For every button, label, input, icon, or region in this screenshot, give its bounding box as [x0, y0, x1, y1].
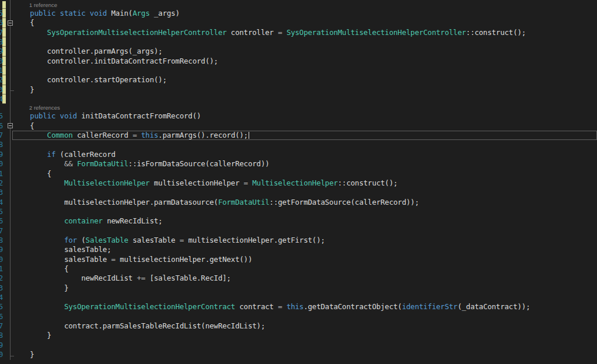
code-token: .parmArgs().record();	[158, 131, 248, 139]
code-line[interactable]: 20 controller.initDataContractFromRecord…	[0, 57, 597, 66]
code-line[interactable]: 37	[0, 226, 597, 236]
code-token: controller.startOperation();	[13, 75, 167, 84]
code-line[interactable]: 40 salesTable = multiselectionHelper.get…	[0, 255, 597, 264]
code-text: controller.parmArgs(_args);	[0, 47, 597, 56]
code-text: salesTable;	[0, 245, 597, 254]
collapse-toggle-icon[interactable]	[8, 20, 13, 26]
code-text: controller.startOperation();	[0, 75, 597, 85]
code-token: [salesTable.RecId];	[145, 274, 231, 282]
line-number: 20	[0, 57, 3, 66]
outline-region-end	[10, 90, 14, 91]
code-token: SalesTable	[86, 236, 128, 244]
code-line[interactable]: 42 newRecIdList += [salesTable.RecId];	[0, 274, 597, 283]
code-line[interactable]: 23 }	[0, 85, 597, 94]
code-area[interactable]: 1 reference15 public static void Main(Ar…	[0, 1, 597, 359]
code-line[interactable]: 36 container newRecIdList;	[0, 216, 597, 226]
code-token: controller.initDataContractFromRecord();	[13, 57, 218, 65]
code-line[interactable]: 31 {	[0, 169, 597, 178]
code-line[interactable]: 26 {	[0, 121, 597, 131]
code-token	[13, 159, 64, 168]
code-token	[13, 150, 47, 159]
code-text: && FormDataUtil::isFormDataSource(caller…	[0, 159, 597, 169]
code-line[interactable]: 28	[0, 140, 597, 149]
code-line[interactable]: 34 multiselectionHelper.parmDatasource(F…	[0, 198, 597, 207]
code-text: {	[0, 121, 597, 131]
code-line[interactable]: 44	[0, 293, 597, 302]
code-text: {	[0, 264, 597, 274]
code-token	[13, 28, 47, 37]
code-token: FormDataUtil	[218, 198, 270, 206]
line-number: 29	[0, 150, 3, 159]
code-token	[13, 302, 64, 311]
code-line[interactable]: 33	[0, 188, 597, 197]
code-text: controller.initDataContractFromRecord();	[0, 57, 597, 66]
codelens-row[interactable]: 2 references	[0, 104, 597, 111]
code-token	[282, 302, 287, 311]
line-number: 50	[0, 350, 3, 359]
code-text: container newRecIdList;	[0, 216, 597, 226]
code-line[interactable]: 30 && FormDataUtil::isFormDataSource(cal…	[0, 159, 597, 169]
code-line[interactable]: 15 public static void Main(Args _args)	[0, 9, 597, 18]
code-line[interactable]: 16 {	[0, 18, 597, 27]
code-token: {	[13, 121, 34, 130]
code-line[interactable]: 46	[0, 312, 597, 321]
code-editor[interactable]: 1 reference15 public static void Main(Ar…	[0, 0, 597, 364]
code-line[interactable]: 22 controller.startOperation();	[0, 75, 597, 85]
line-number: 32	[0, 178, 3, 188]
code-line[interactable]: 49	[0, 341, 597, 350]
code-token: initDataContractFromRecord()	[77, 111, 201, 120]
line-number: 30	[0, 159, 3, 169]
code-token: MultiselectionHelper	[64, 178, 150, 187]
code-token: SysOperationMultiselectionHelperControll…	[287, 28, 466, 37]
code-line[interactable]: 17 SysOperationMultiselectionHelperContr…	[0, 28, 597, 37]
code-line[interactable]: 24	[0, 94, 597, 104]
code-line[interactable]: 41 {	[0, 264, 597, 274]
code-token: (	[77, 236, 86, 244]
code-line[interactable]: 50 }	[0, 350, 597, 359]
code-line[interactable]: 21	[0, 66, 597, 75]
code-token: multiselectionHelper.parmDatasource(	[13, 198, 218, 206]
code-token: (callerRecord	[55, 150, 116, 159]
code-token: multiselectionHelper.getNext())	[116, 255, 252, 264]
code-line[interactable]: 29 if (callerRecord	[0, 150, 597, 159]
code-text: Common callerRecord = this.parmArgs().re…	[0, 131, 597, 140]
code-line[interactable]: 27 Common callerRecord = this.parmArgs()…	[0, 131, 597, 140]
line-number: 48	[0, 331, 3, 340]
outline-guide-line	[10, 0, 11, 360]
code-line[interactable]: 48 }	[0, 331, 597, 340]
codelens-references-link[interactable]: 2 references	[29, 104, 60, 111]
collapse-toggle-icon[interactable]	[8, 123, 13, 128]
line-number: 18	[0, 37, 3, 47]
code-line[interactable]: 32 MultiselectionHelper multiselectionHe…	[0, 178, 597, 188]
code-line[interactable]: 39 salesTable;	[0, 245, 597, 254]
code-text: SysOperationMultiselectionHelperContract…	[0, 302, 597, 312]
code-token: }	[13, 331, 51, 340]
code-text: for (SalesTable salesTable = multiselect…	[0, 236, 597, 245]
code-line[interactable]: 38 for (SalesTable salesTable = multisel…	[0, 236, 597, 245]
code-token: FormDataUtil	[77, 159, 128, 168]
code-line[interactable]: 43 }	[0, 284, 597, 293]
code-text: SysOperationMultiselectionHelperControll…	[0, 28, 597, 37]
line-number: 42	[0, 274, 3, 283]
code-text: public void initDataContractFromRecord()	[0, 111, 597, 121]
code-token: salesTable	[128, 236, 180, 244]
code-line[interactable]: 25 public void initDataContractFromRecor…	[0, 111, 597, 121]
code-line[interactable]: 45 SysOperationMultiselectionHelperContr…	[0, 302, 597, 312]
code-token: ::isFormDataSource(callerRecord))	[128, 159, 270, 168]
line-number: 40	[0, 255, 3, 264]
code-token: SysOperationMultiselectionHelperContract	[64, 302, 235, 311]
code-token: Common	[47, 131, 73, 139]
code-line[interactable]: 35	[0, 207, 597, 216]
code-token: ::construct();	[466, 28, 526, 37]
line-number: 35	[0, 207, 3, 216]
code-line[interactable]: 47 contract.parmSalesTableRecIdList(newR…	[0, 321, 597, 331]
code-token: .getDataContractObject(	[303, 302, 402, 311]
code-token: {	[13, 264, 68, 273]
code-line[interactable]: 18	[0, 37, 597, 47]
code-text: newRecIdList += [salesTable.RecId];	[0, 274, 597, 283]
codelens-references-link[interactable]: 1 reference	[29, 2, 57, 8]
codelens-row[interactable]: 1 reference	[0, 1, 597, 9]
code-token	[13, 111, 30, 120]
code-line[interactable]: 19 controller.parmArgs(_args);	[0, 47, 597, 56]
line-number: 16	[0, 18, 3, 27]
